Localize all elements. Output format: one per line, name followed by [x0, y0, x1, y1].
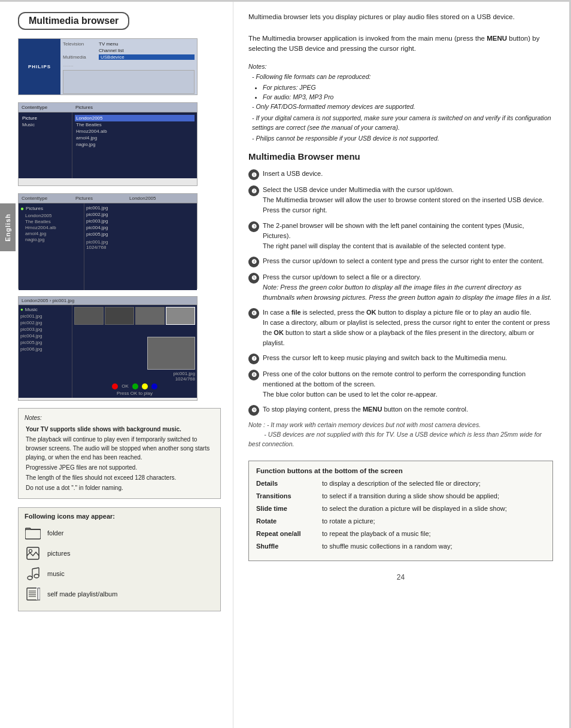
tv-s4-pic002: pic002.jpg [20, 320, 70, 325]
tv-color-buttons: OK [74, 382, 195, 389]
tv-s2-header: Contenttype Pictures [19, 103, 197, 112]
note-item-2: The playback will continue to play even … [26, 435, 214, 462]
tv-s4-pic003: pic003.jpg [20, 327, 70, 332]
tv-s3-pic004: pic004.jpg [86, 225, 195, 230]
tv-s2-item-nagio: nagio.jpg [75, 141, 195, 148]
menu-item-9: ❾ To stop playing content, press the MEN… [248, 404, 553, 416]
menu-num-3: ❸ [248, 221, 259, 232]
note-item-5: Do not use a dot "." in folder naming. [26, 483, 214, 492]
func-label-repeat: Repeat one/all [256, 529, 322, 539]
notes-title-right: Notes: [248, 62, 553, 71]
tv-menu-row-tv: Television TV menu [63, 41, 195, 47]
note-bottom: Note : - It may work with certain memory… [248, 421, 553, 449]
menu-item-8: ❽ Press one of the color buttons on the … [248, 369, 553, 400]
tv-s4-pic001: pic001.jpg [20, 313, 70, 319]
left-column: Multimedia browser PHILIPS Television TV… [0, 0, 233, 728]
playlist-label: self made playlist/album [47, 590, 117, 598]
func-desc-details: to display a description of the selected… [322, 479, 545, 489]
svg-point-3 [28, 576, 32, 580]
svg-point-2 [29, 550, 32, 553]
svg-rect-0 [25, 529, 41, 539]
tv-s2-item-beatles: The Beatles [75, 121, 195, 128]
menu-text-3: The 2-panel browser will be shown with t… [263, 221, 553, 251]
menu-num-2: ❷ [248, 185, 259, 196]
icons-title: Following icons may appear: [25, 513, 214, 520]
note-item-1: Your TV supports slide shows with backgr… [26, 425, 214, 434]
menu-items-list: ❶ Insert a USB device. ❷ Select the USB … [248, 169, 553, 449]
music-label: music [47, 570, 65, 577]
func-row-shuffle: Shuffle to shuffle music collections in … [256, 542, 545, 552]
tv-screenshot-1: PHILIPS Television TV menu Channel list … [18, 38, 198, 95]
tv-s3-col1: Contenttype [22, 196, 75, 201]
tv-s3-col2: Pictures [75, 196, 129, 201]
philips-logo: PHILIPS [19, 39, 60, 95]
func-desc-shuffle: to shuffle music collections in a random… [322, 542, 545, 552]
pictures-label: pictures [47, 550, 71, 557]
tv-s3-nagio: nagio.jpg [25, 237, 82, 242]
menu-text-8: Press one of the color buttons on the re… [263, 369, 553, 400]
tv-screenshot-4: London2005 › pic001.jpg ● Music pic001.j… [18, 296, 198, 401]
tv-s4-header: London2005 › pic001.jpg [19, 297, 197, 305]
func-desc-rotate: to rotate a picture; [322, 517, 545, 526]
menu-num-1: ❶ [248, 169, 259, 180]
folder-label: folder [47, 529, 64, 537]
tv-s4-bullet: ● [20, 307, 23, 312]
intro-notes: Notes: - Following file formats can be r… [248, 62, 553, 143]
tv-s4-music-row: ● Music [20, 307, 70, 312]
tv-press-ok-label: Press OK to play [74, 391, 195, 396]
note-fat: - Only FAT/DOS-formatted memory devices … [252, 102, 553, 111]
tv-s2-left-panel: Picture Music [19, 112, 72, 178]
page-title: Multimedia browser [18, 12, 129, 30]
tv-s3-pic002: pic002.jpg [86, 212, 195, 217]
menu-text-1: Insert a USB device. [263, 169, 553, 179]
func-row-transitions: Transitions to select if a transition du… [256, 492, 545, 501]
menu-item-1: ❶ Insert a USB device. [248, 169, 553, 180]
note-formats: - Following file formats can be reproduc… [252, 72, 553, 81]
tv-s3-col3: London2005 [129, 196, 156, 201]
tv-s2-item-hmoz: Hmoz2004.alb [75, 128, 195, 135]
tv-menu-value-channel: Channel list [99, 48, 195, 53]
func-row-rotate: Rotate to rotate a picture; [256, 517, 545, 526]
note-item-3: Progressive JPEG files are not supported… [26, 463, 214, 472]
tv-menu-dotted: ........ [63, 61, 195, 69]
tv-s4-main-photo [147, 337, 195, 370]
tv-s2-right-panel: London2005 The Beatles Hmoz2004.alb arno… [72, 112, 197, 178]
menu-text-7: Press the cursor left to keep music play… [263, 353, 553, 363]
right-column: Multimedia browser lets you display pict… [233, 0, 571, 728]
music-icon [25, 565, 41, 582]
tv-s3-pic005: pic005.jpg [86, 232, 195, 237]
tv-s3-info: pic001.jpg1024/768 [86, 239, 195, 250]
menu-text-2: Select the USB device under Multimedia w… [263, 185, 553, 215]
menu-item-5: ❺ Press the cursor up/down to select a f… [248, 272, 553, 303]
svg-line-7 [32, 568, 39, 569]
note-jpeg: For pictures: JPEG [263, 83, 553, 92]
menu-num-6: ❻ [248, 308, 259, 319]
tv-btn-red [112, 383, 118, 389]
tv-s3-pic001: pic001.jpg [86, 205, 195, 211]
menu-item-3: ❸ The 2-panel browser will be shown with… [248, 221, 553, 251]
intro-line1: Multimedia browser lets you display pict… [248, 12, 553, 23]
menu-num-9: ❾ [248, 405, 259, 416]
tv-s4-left-panel: ● Music pic001.jpg pic002.jpg pic003.jpg… [19, 305, 72, 398]
tv-menu-label-multimedia: Multimedia [63, 54, 99, 60]
tv-menu-label-channel [63, 48, 99, 53]
func-label-shuffle: Shuffle [256, 542, 322, 552]
func-desc-slidetime: to select the duration a picture will be… [322, 504, 545, 514]
menu-text-5: Press the cursor up/down to select a fil… [263, 272, 553, 303]
icon-row-music: music [25, 565, 214, 582]
menu-num-5: ❺ [248, 273, 259, 284]
tv-thumb-4 [166, 307, 195, 325]
func-label-transitions: Transitions [256, 492, 322, 501]
tv-btn-green [132, 383, 138, 389]
tv-btn-yellow [142, 383, 148, 389]
tv-s4-right-panel: pic001.jpg1024/768 OK Press OK to play [72, 305, 197, 398]
intro-line2: The Multimedia browser application is in… [248, 33, 553, 55]
tv-menu-row-channel: Channel list [63, 48, 195, 53]
tv-s3-london2005: London2005 [25, 213, 82, 218]
tv-s3-right-panel: pic001.jpg pic002.jpg pic003.jpg pic004.… [84, 203, 197, 290]
tv-s2-col2-header: Pictures [75, 105, 194, 110]
menu-item-4: ❹ Press the cursor up/down to select a c… [248, 256, 553, 267]
tv-s3-hmoz: Hmoz2004.alb [25, 225, 82, 230]
function-table: Function buttons at the bottom of the sc… [248, 461, 553, 561]
tv-menu-label-television: Television [63, 41, 99, 47]
